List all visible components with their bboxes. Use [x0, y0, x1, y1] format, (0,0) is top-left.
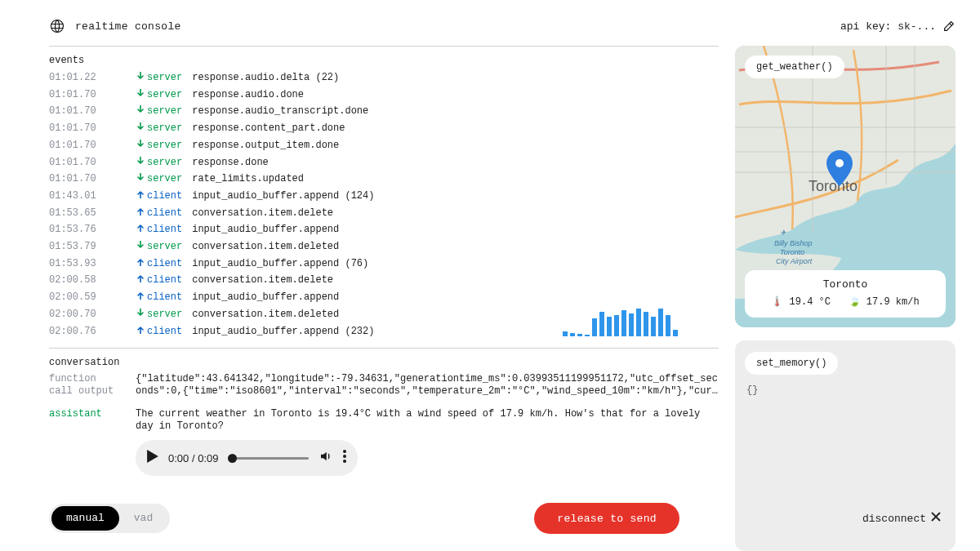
volume-icon[interactable] [318, 449, 333, 467]
arrow-up-icon [134, 291, 147, 300]
event-time: 01:01.70 [49, 137, 134, 154]
event-row[interactable]: 01:53.65client conversation.item.delete [49, 205, 719, 222]
event-row[interactable]: 01:43.01client input_audio_buffer.append… [49, 188, 719, 205]
event-source: server [147, 87, 186, 104]
mode-option-manual[interactable]: manual [51, 506, 119, 531]
event-name: input_audio_buffer.append (232) [192, 323, 374, 340]
arrow-down-icon [134, 122, 147, 131]
edit-api-key-icon[interactable] [942, 20, 956, 33]
event-name: conversation.item.delete [192, 205, 333, 222]
event-source: client [147, 289, 186, 306]
event-row[interactable]: 01:01.70server response.audio_transcript… [49, 103, 719, 120]
event-time: 01:01.70 [49, 87, 134, 104]
arrow-down-icon [134, 241, 147, 249]
event-row[interactable]: 01:01.70server response.content_part.don… [49, 120, 719, 137]
event-time: 01:01.70 [49, 171, 134, 188]
event-source: client [147, 256, 186, 273]
message-body: The current weather in Toronto is 19.4°C… [136, 408, 707, 432]
event-time: 02:00.76 [49, 323, 134, 340]
audio-bar [577, 334, 582, 336]
event-source: server [147, 306, 186, 323]
event-time: 01:53.76 [49, 221, 134, 238]
audio-bar [651, 317, 656, 336]
event-row[interactable]: 01:01.70server rate_limits.updated [49, 171, 719, 188]
audio-bar [621, 310, 626, 336]
event-source: server [147, 137, 186, 154]
weather-city: Toronto [745, 278, 946, 291]
audio-bar [666, 315, 670, 336]
arrow-up-icon [134, 274, 147, 282]
api-key-label: api key: sk-... [840, 20, 936, 33]
page-title: realtime console [75, 20, 181, 33]
arrow-up-icon [134, 224, 147, 232]
event-name: rate_limits.updated [192, 171, 304, 188]
event-source: server [147, 154, 186, 171]
arrow-up-icon [134, 258, 147, 266]
event-time: 01:01.70 [49, 154, 134, 171]
event-row[interactable]: 01:01.22server response.audio.delta (22) [49, 69, 719, 87]
event-source: server [147, 238, 186, 256]
event-row[interactable]: 01:01.70server response.output_item.done [49, 137, 719, 154]
audio-bar [599, 312, 604, 336]
event-row[interactable]: 01:53.93client input_audio_buffer.append… [49, 256, 719, 273]
audio-bar [629, 313, 634, 336]
svg-text:Toronto: Toronto [780, 248, 804, 256]
close-icon [931, 512, 941, 525]
event-name: input_audio_buffer.append (76) [192, 256, 368, 273]
arrow-up-icon [134, 207, 147, 216]
message-role: function call output [49, 373, 136, 397]
event-time: 02:00.58 [49, 272, 134, 289]
event-list: 01:01.22server response.audio.delta (22)… [49, 69, 719, 340]
mode-option-vad[interactable]: vad [119, 506, 167, 531]
audio-seek-slider[interactable] [228, 457, 309, 460]
arrow-up-icon [134, 190, 147, 198]
message-body: {"latitude":43.641342,"longitude":-79.34… [136, 373, 719, 397]
arrow-down-icon [134, 105, 147, 113]
event-row[interactable]: 02:00.58client conversation.item.delete [49, 272, 719, 289]
audio-time: 0:00 / 0:09 [168, 452, 218, 464]
conversation-heading: conversation [49, 357, 719, 368]
event-source: server [147, 120, 186, 137]
audio-bar [673, 330, 678, 336]
svg-point-0 [51, 20, 64, 33]
audio-player[interactable]: 0:00 / 0:09 [136, 440, 358, 476]
events-panel: events 01:01.22server response.audio.del… [49, 46, 719, 340]
event-row[interactable]: 01:01.70server response.done [49, 154, 719, 171]
event-source: client [147, 323, 186, 340]
audio-menu-icon[interactable] [343, 450, 346, 466]
mode-toggle[interactable]: manual vad [49, 504, 170, 533]
event-time: 01:01.70 [49, 120, 134, 137]
weather-function-chip: get_weather() [745, 56, 844, 78]
audio-bar [585, 335, 590, 336]
audio-bar [570, 333, 575, 336]
event-name: response.output_item.done [192, 137, 339, 154]
event-source: server [147, 69, 186, 87]
event-time: 02:00.59 [49, 289, 134, 306]
event-name: conversation.item.delete [192, 272, 333, 289]
svg-text:Billy Bishop: Billy Bishop [774, 239, 813, 247]
play-icon[interactable] [147, 450, 158, 466]
audio-bar [592, 318, 597, 336]
brand-logo-icon [49, 18, 65, 34]
event-name: input_audio_buffer.append (124) [192, 188, 374, 205]
event-source: server [147, 171, 186, 188]
disconnect-button[interactable]: disconnect [848, 503, 956, 534]
event-source: client [147, 272, 186, 289]
svg-point-1 [343, 450, 346, 453]
event-time: 01:53.79 [49, 238, 134, 256]
event-name: response.audio_transcript.done [192, 103, 368, 120]
thermometer-icon: 🌡️ [771, 296, 783, 308]
event-name: response.audio.done [192, 87, 304, 104]
event-row[interactable]: 01:53.79server conversation.item.deleted [49, 238, 719, 256]
event-name: response.audio.delta (22) [192, 69, 339, 87]
weather-reading: 🌡️ 19.4 °C 🍃 17.9 km/h [745, 295, 946, 308]
memory-function-chip: set_memory() [745, 352, 838, 375]
event-source: client [147, 221, 186, 238]
svg-point-2 [343, 455, 346, 458]
release-to-send-button[interactable]: release to send [534, 503, 679, 534]
message-role: assistant [49, 408, 136, 432]
event-row[interactable]: 01:53.76client input_audio_buffer.append [49, 221, 719, 238]
event-time: 01:01.70 [49, 103, 134, 120]
event-row[interactable]: 01:01.70server response.audio.done [49, 87, 719, 104]
event-source: server [147, 103, 186, 120]
